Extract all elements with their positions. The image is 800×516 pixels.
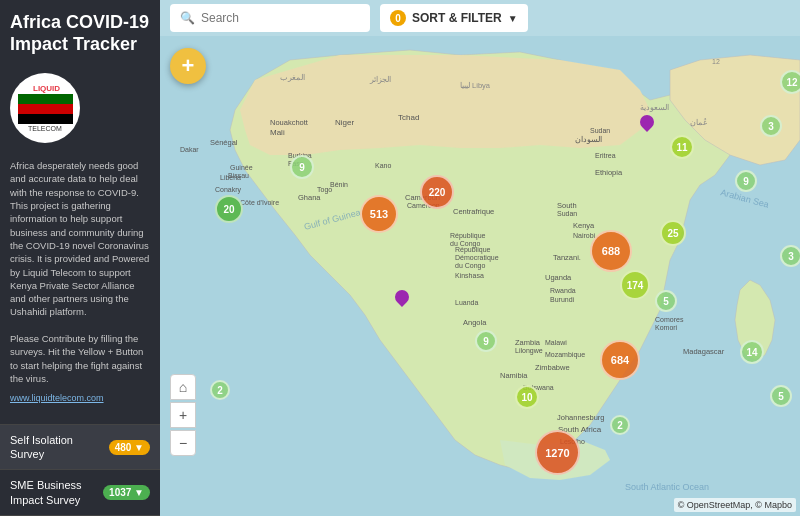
svg-text:Bénin: Bénin bbox=[330, 181, 348, 188]
svg-rect-1 bbox=[18, 94, 73, 104]
survey-count-1: 480 ▼ bbox=[109, 440, 150, 455]
svg-text:Zambia: Zambia bbox=[515, 338, 541, 347]
survey-label-2: SME Business Impact Survey bbox=[10, 478, 99, 507]
svg-text:Angola: Angola bbox=[463, 318, 487, 327]
svg-text:المغرب: المغرب bbox=[280, 73, 305, 82]
survey-count-2: 1037 ▼ bbox=[103, 485, 150, 500]
svg-text:South: South bbox=[557, 201, 577, 210]
svg-text:South Atlantic Ocean: South Atlantic Ocean bbox=[625, 482, 709, 492]
sidebar-surveys: Self Isolation Survey 480 ▼ SME Business… bbox=[0, 424, 160, 516]
cluster-marker-c11[interactable]: 12 bbox=[780, 70, 800, 94]
cluster-marker-c3[interactable]: 513 bbox=[360, 195, 398, 233]
cluster-marker-c15[interactable]: 2 bbox=[210, 380, 230, 400]
search-input[interactable] bbox=[201, 11, 351, 25]
svg-text:Dakar: Dakar bbox=[180, 146, 199, 153]
search-icon: 🔍 bbox=[180, 11, 195, 25]
svg-text:Centrafrique: Centrafrique bbox=[453, 207, 494, 216]
survey-label-1: Self Isolation Survey bbox=[10, 433, 105, 462]
cluster-marker-c19[interactable]: 3 bbox=[780, 245, 800, 267]
svg-text:Eritrea: Eritrea bbox=[595, 152, 616, 159]
svg-text:Ghana: Ghana bbox=[298, 193, 321, 202]
cluster-marker-c21[interactable]: 1270 bbox=[535, 430, 580, 475]
svg-text:Mali: Mali bbox=[270, 128, 285, 137]
cluster-marker-c14[interactable]: 14 bbox=[740, 340, 764, 364]
svg-text:Uganda: Uganda bbox=[545, 273, 572, 282]
svg-text:Niger: Niger bbox=[335, 118, 354, 127]
sidebar-link[interactable]: www.liquidtelecom.com bbox=[0, 393, 160, 413]
home-button[interactable]: ⌂ bbox=[170, 374, 196, 400]
cluster-marker-c16[interactable]: 9 bbox=[475, 330, 497, 352]
svg-text:Johannesburg: Johannesburg bbox=[557, 413, 605, 422]
sidebar-logo: LIQUID TELECOM bbox=[10, 73, 80, 143]
svg-text:Luanda: Luanda bbox=[455, 299, 478, 306]
cluster-marker-c12[interactable]: 9 bbox=[735, 170, 757, 192]
add-button[interactable]: + bbox=[170, 48, 206, 84]
svg-text:Zimbabwe: Zimbabwe bbox=[535, 363, 570, 372]
cluster-marker-c1[interactable]: 20 bbox=[215, 195, 243, 223]
cluster-marker-c6[interactable]: 174 bbox=[620, 270, 650, 300]
zoom-out-button[interactable]: − bbox=[170, 430, 196, 456]
svg-text:السودان: السودان bbox=[575, 135, 602, 144]
cluster-marker-c20[interactable]: 5 bbox=[770, 385, 792, 407]
survey-item-sme[interactable]: SME Business Impact Survey 1037 ▼ bbox=[0, 470, 160, 516]
svg-text:Comores: Comores bbox=[655, 316, 684, 323]
svg-text:Conakry: Conakry bbox=[215, 186, 242, 194]
svg-text:Madagascar: Madagascar bbox=[683, 347, 725, 356]
cluster-marker-c8[interactable]: 25 bbox=[660, 220, 686, 246]
map-attribution: © OpenStreetMap, © Mapbo bbox=[674, 498, 796, 512]
svg-text:السعودية: السعودية bbox=[640, 103, 669, 112]
cluster-marker-c13[interactable]: 5 bbox=[655, 290, 677, 312]
svg-text:Ethiopia: Ethiopia bbox=[595, 168, 623, 177]
cluster-marker-c4[interactable]: 220 bbox=[420, 175, 454, 209]
svg-text:عُمان: عُمان bbox=[690, 118, 708, 127]
svg-text:Nairobi: Nairobi bbox=[573, 232, 596, 239]
cluster-marker-c10[interactable]: 3 bbox=[760, 115, 782, 137]
map-container[interactable]: Gulf of Guinea South Atlantic Ocean Arab… bbox=[160, 0, 800, 516]
sort-filter-button[interactable]: 0 SORT & FILTER ▼ bbox=[380, 4, 528, 32]
cluster-marker-c18[interactable]: 2 bbox=[610, 415, 630, 435]
svg-text:الجزائر: الجزائر bbox=[369, 75, 391, 84]
svg-text:LIQUID: LIQUID bbox=[33, 84, 60, 93]
svg-text:Tchad: Tchad bbox=[398, 113, 419, 122]
svg-text:ليبيا Libya: ليبيا Libya bbox=[460, 81, 491, 90]
svg-text:12: 12 bbox=[712, 58, 720, 65]
map-nav: ⌂ + − bbox=[170, 374, 196, 456]
sort-filter-badge: 0 bbox=[390, 10, 406, 26]
svg-text:du Congo: du Congo bbox=[455, 262, 485, 270]
sidebar-description: Africa desperately needs good and accura… bbox=[0, 159, 160, 393]
svg-text:Komori: Komori bbox=[655, 324, 678, 331]
svg-text:Kenya: Kenya bbox=[573, 221, 595, 230]
svg-text:Liberia: Liberia bbox=[220, 174, 241, 181]
svg-text:Burundi: Burundi bbox=[550, 296, 575, 303]
cluster-marker-c9[interactable]: 11 bbox=[670, 135, 694, 159]
cluster-marker-c17[interactable]: 10 bbox=[515, 385, 539, 409]
svg-text:Malawi: Malawi bbox=[545, 339, 567, 346]
svg-text:Kano: Kano bbox=[375, 162, 391, 169]
survey-item-self-isolation[interactable]: Self Isolation Survey 480 ▼ bbox=[0, 425, 160, 471]
search-box[interactable]: 🔍 bbox=[170, 4, 370, 32]
map-background: Gulf of Guinea South Atlantic Ocean Arab… bbox=[160, 0, 800, 516]
sidebar: Africa COVID-19 Impact Tracker LIQUID TE… bbox=[0, 0, 160, 516]
sidebar-title: Africa COVID-19 Impact Tracker bbox=[10, 12, 150, 55]
svg-text:Namibia: Namibia bbox=[500, 371, 528, 380]
cluster-marker-c2[interactable]: 9 bbox=[290, 155, 314, 179]
svg-rect-2 bbox=[18, 104, 73, 114]
zoom-in-button[interactable]: + bbox=[170, 402, 196, 428]
svg-text:Lilongwe: Lilongwe bbox=[515, 347, 543, 355]
logo-svg: LIQUID TELECOM bbox=[13, 76, 78, 141]
svg-text:République: République bbox=[455, 246, 491, 254]
svg-text:République: République bbox=[450, 232, 486, 240]
cluster-marker-c5[interactable]: 688 bbox=[590, 230, 632, 272]
svg-text:Nouakchott: Nouakchott bbox=[270, 118, 309, 127]
svg-text:Sudan: Sudan bbox=[557, 210, 577, 217]
svg-text:Tanzani.: Tanzani. bbox=[553, 253, 581, 262]
sort-filter-label: SORT & FILTER bbox=[412, 11, 502, 25]
svg-text:Mozambique: Mozambique bbox=[545, 351, 585, 359]
sidebar-header: Africa COVID-19 Impact Tracker bbox=[0, 0, 160, 63]
svg-text:Guinée: Guinée bbox=[230, 164, 253, 171]
svg-text:Rwanda: Rwanda bbox=[550, 287, 576, 294]
svg-text:du Congo: du Congo bbox=[450, 240, 480, 248]
svg-text:Kinshasa: Kinshasa bbox=[455, 272, 484, 279]
cluster-marker-c7[interactable]: 684 bbox=[600, 340, 640, 380]
svg-text:Démocratique: Démocratique bbox=[455, 254, 499, 262]
